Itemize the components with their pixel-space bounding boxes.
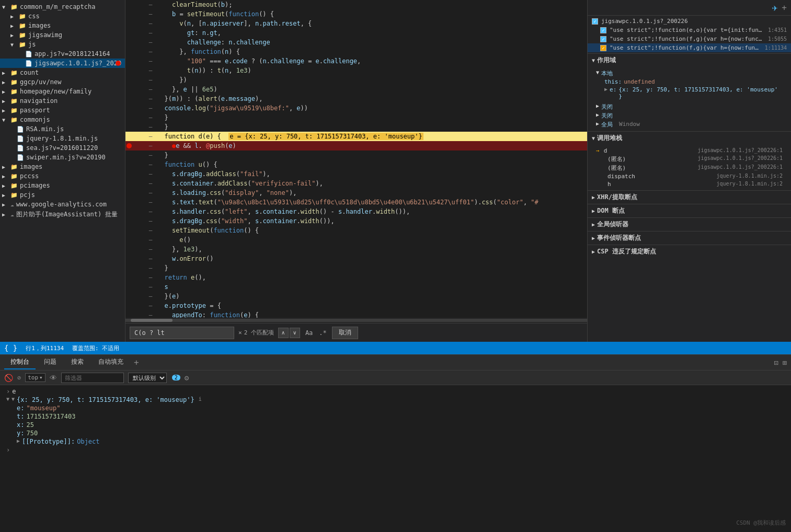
line-number-badge: 1:5055 xyxy=(768,36,787,42)
top-filter-dropdown[interactable]: top ▾ xyxy=(25,373,45,382)
log-level-select[interactable]: 默认级别 xyxy=(128,373,167,383)
sidebar-item-swiper[interactable]: 📄 swiper.min.js?v=20190 xyxy=(0,153,125,162)
search-next-button[interactable]: ∨ xyxy=(290,328,300,338)
prop-val: "mouseup" xyxy=(26,404,60,412)
sidebar-item-css[interactable]: ▶ 📁 css xyxy=(0,11,125,21)
sidebar-item-commonjs[interactable]: ▼ 📁 commonjs xyxy=(0,115,125,124)
scope-e-row[interactable]: ▶ e: {x: 25, y: 750, t: 1715157317403, e… xyxy=(604,86,783,100)
line-content: return e(), xyxy=(155,273,587,282)
scope-subsection-local[interactable]: ▼ 本地 xyxy=(596,69,783,78)
line-number xyxy=(125,245,146,254)
dom-section-header[interactable]: ▶ DOM 断点 xyxy=(588,204,791,217)
checkbox-icon[interactable]: ✓ xyxy=(592,18,598,25)
callstack-content: → d jigsawpc.1.0.1.js?_200226:1 (匿名) jig… xyxy=(588,145,791,190)
settings-icon[interactable]: ⚙ xyxy=(185,374,189,382)
breakpoint-entry-3[interactable]: ✓ "use strict";!function(f,g){var h={now… xyxy=(588,43,791,52)
sidebar-item-jquery[interactable]: 📄 jquery-1.8.1.min.js xyxy=(0,134,125,143)
scope-global[interactable]: ▶ 全局 Window xyxy=(596,120,783,129)
sidebar-item-count[interactable]: ▶ 📁 count xyxy=(0,68,125,77)
line-minus: – xyxy=(146,292,155,301)
sidebar-item-passport[interactable]: ▶ 📁 passport xyxy=(0,106,125,115)
code-line: – }) xyxy=(125,75,587,85)
expand-arrow[interactable]: ▶ xyxy=(17,438,20,444)
sidebar-item-homepage[interactable]: ▶ 📁 homepage/new/family xyxy=(0,87,125,96)
sidebar-item-js[interactable]: ▼ 📁 js xyxy=(0,40,125,49)
search-cancel-button[interactable]: 取消 xyxy=(332,327,358,339)
prop-key: x: xyxy=(17,421,24,429)
code-scroll-area[interactable]: – clearTimeout(b); – b = setTimeout(func… xyxy=(125,0,587,318)
search-input[interactable] xyxy=(130,327,234,339)
line-minus: – xyxy=(146,113,155,122)
callstack-item-h[interactable]: h jquery-1.8.1.min.js:2 xyxy=(596,180,783,188)
sidebar-item-appjs[interactable]: 📄 app.js?v=20181214164 xyxy=(0,49,125,59)
sidebar-item-common[interactable]: ▼ 📁 common_m/m_recaptcha xyxy=(0,2,125,11)
csp-section-header[interactable]: ▶ CSP 违反了规定断点 xyxy=(588,245,791,258)
line-content: }(e) xyxy=(155,292,587,301)
add-tab-button[interactable]: + xyxy=(132,357,141,367)
sidebar-item-images2[interactable]: ▶ 📁 images xyxy=(0,162,125,171)
callstack-item-anon2[interactable]: (匿名) jigsawpc.1.0.1.js?_200226:1 xyxy=(596,164,783,172)
callstack-item-dispatch[interactable]: dispatch jquery-1.8.1.min.js:2 xyxy=(596,172,783,180)
line-content: s.dragBg.css("width", s.container.width(… xyxy=(155,216,587,226)
breakpoint-entry-2[interactable]: ✓ "use strict";!function(f,g){var h={now… xyxy=(588,34,791,43)
sidebar-item-jigsawimg[interactable]: ▶ 📁 jigsawimg xyxy=(0,30,125,40)
scope-close1[interactable]: ▶ 关闭 xyxy=(596,102,783,111)
collapse-arrow[interactable]: ▼ xyxy=(6,396,9,402)
sidebar-item-navigation[interactable]: ▶ 📁 navigation xyxy=(0,96,125,106)
checkbox-icon[interactable]: ✓ xyxy=(600,27,606,33)
dropdown-arrow: ▾ xyxy=(39,374,43,381)
callstack-section-header[interactable]: ▼ 调用堆栈 xyxy=(588,131,791,145)
prop-prototype[interactable]: ▶ [[Prototype]]: Object xyxy=(15,437,787,446)
sidebar-item-label: app.js?v=20181214164 xyxy=(35,50,110,57)
eye-icon[interactable]: 👁 xyxy=(50,374,57,382)
sidebar-item-pcimages[interactable]: ▶ 📁 pcimages xyxy=(0,181,125,190)
breakpoint-file-jigsawpc[interactable]: ✓ jigsawpc.1.0.1.js?_200226 xyxy=(588,17,791,26)
event-listeners-section-header[interactable]: ▶ 事件侦听器断点 xyxy=(588,231,791,245)
line-content: }) xyxy=(155,75,587,85)
fn-name: h xyxy=(607,181,611,188)
telegram-icon[interactable]: ✈ xyxy=(772,2,778,13)
folder-icon: 📁 xyxy=(10,79,18,86)
sidebar-item-sea[interactable]: 📄 sea.js?v=2016011220 xyxy=(0,143,125,153)
tab-issues[interactable]: 问题 xyxy=(38,355,63,369)
checkbox-icon[interactable]: ✓ xyxy=(600,36,606,42)
search-prev-button[interactable]: ∧ xyxy=(278,328,289,338)
undock-icon[interactable]: ⊞ xyxy=(783,358,787,367)
expand-arrow: ▶ xyxy=(592,249,595,255)
search-regex-button[interactable]: .* xyxy=(318,328,327,338)
callstack-item-anon1[interactable]: (匿名) jigsawpc.1.0.1.js?_200226:1 xyxy=(596,155,783,164)
search-case-button[interactable]: Aa xyxy=(304,328,314,338)
checkbox-icon[interactable]: ✓ xyxy=(600,45,606,51)
scope-close2[interactable]: ▶ 关闭 xyxy=(596,111,783,120)
filter-button[interactable]: ⊘ xyxy=(17,374,21,381)
horizontal-scrollbar[interactable] xyxy=(125,318,587,323)
line-number xyxy=(125,141,146,151)
callstack-item-d[interactable]: → d jigsawpc.1.0.1.js?_200226:1 xyxy=(596,147,783,155)
listeners-section-header[interactable]: ▶ 全局侦听器 xyxy=(588,217,791,231)
line-number-badge: 1:4351 xyxy=(768,27,787,33)
xhr-section-header[interactable]: ▶ XHR/提取断点 xyxy=(588,190,791,204)
sidebar-item-pccss[interactable]: ▶ 📁 pccss xyxy=(0,171,125,181)
tab-search[interactable]: 搜索 xyxy=(65,355,90,369)
scope-local: ▼ 本地 this: undefined ▶ e: {x: 25, y: 750… xyxy=(588,67,791,131)
filter-input[interactable] xyxy=(61,373,124,383)
add-breakpoint-icon[interactable]: + xyxy=(782,3,787,13)
sidebar-item-pcjs[interactable]: ▶ 📁 pcjs xyxy=(0,190,125,200)
search-clear-button[interactable]: ✕ 2 个匹配项 xyxy=(238,329,274,337)
sidebar-item-jigsawpc[interactable]: 📄 jigsawpc.1.0.1.js?_2020 xyxy=(0,59,125,68)
tab-console[interactable]: 控制台 xyxy=(4,355,36,369)
line-number xyxy=(125,254,146,263)
code-line: – } xyxy=(125,113,587,122)
sidebar-item-label: pcimages xyxy=(20,182,50,189)
tab-autocomplete[interactable]: 自动填充 xyxy=(92,355,130,369)
sidebar-item-images[interactable]: ▶ 📁 images xyxy=(0,21,125,30)
sidebar-item-imageassistant[interactable]: ▶ ☁ 图片助手(ImageAssistant) 批量 xyxy=(0,209,125,220)
sidebar-item-rsa[interactable]: 📄 RSA.min.js xyxy=(0,124,125,134)
dock-icon[interactable]: ⊡ xyxy=(774,358,778,367)
sidebar-item-google[interactable]: ▶ ☁ www.google-analytics.com xyxy=(0,200,125,209)
breakpoint-entry-1[interactable]: ✓ "use strict";!function(e,o){var t={ini… xyxy=(588,26,791,34)
sidebar-item-ggcp[interactable]: ▶ 📁 ggcp/uv/new xyxy=(0,77,125,87)
clear-console-button[interactable]: 🚫 xyxy=(4,374,13,382)
scope-section-header[interactable]: ▼ 作用域 xyxy=(588,53,791,67)
scroll-thumb[interactable] xyxy=(131,319,173,322)
